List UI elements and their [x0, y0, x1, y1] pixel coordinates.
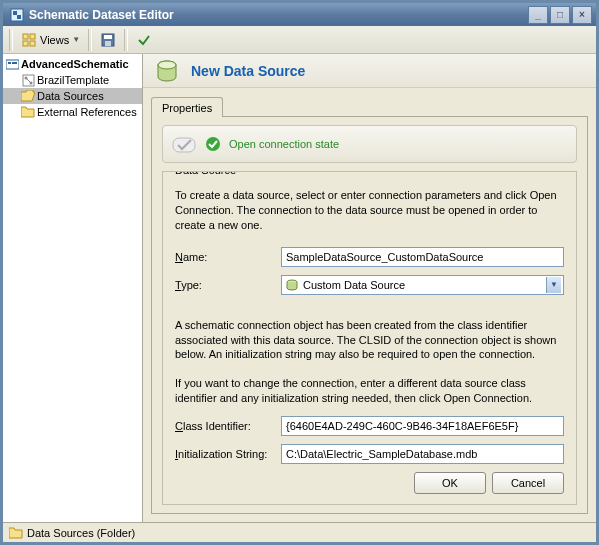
- svg-point-18: [158, 61, 176, 69]
- folder-open-icon: [21, 89, 35, 103]
- datasource-icon: [153, 57, 181, 85]
- type-value: Custom Data Source: [303, 279, 546, 291]
- custom-desc-1: A schematic connection object has been c…: [175, 318, 564, 363]
- name-label: Name:: [175, 251, 275, 263]
- type-label: Type:: [175, 279, 275, 291]
- cancel-button[interactable]: Cancel: [492, 472, 564, 494]
- svg-point-20: [206, 137, 220, 151]
- views-icon: [21, 32, 37, 48]
- name-row: Name:: [175, 247, 564, 267]
- toolbar: Views ▼: [3, 26, 596, 54]
- chevron-down-icon: ▼: [72, 35, 80, 44]
- tabstrip: Properties: [143, 88, 596, 116]
- folder-icon: [9, 526, 23, 540]
- custom-desc-2: If you want to change the connection, en…: [175, 376, 564, 406]
- clsid-row: Class Identifier:: [175, 416, 564, 436]
- connection-state-bar: Open connection state: [162, 125, 577, 163]
- svg-rect-3: [23, 34, 28, 39]
- tree-root-label: AdvancedSchematic: [21, 58, 129, 70]
- svg-rect-6: [30, 41, 35, 46]
- tree-item-template[interactable]: BrazilTemplate: [3, 72, 142, 88]
- toolbar-separator: [88, 29, 92, 51]
- init-row: Initialization String:: [175, 444, 564, 464]
- titlebar: Schematic Dataset Editor _ □ ×: [3, 0, 596, 26]
- maximize-button[interactable]: □: [550, 6, 570, 24]
- window-controls: _ □ ×: [528, 6, 592, 24]
- fieldset-legend: Data Source: [171, 171, 240, 176]
- svg-rect-12: [12, 62, 17, 64]
- name-input[interactable]: [281, 247, 564, 267]
- chevron-down-icon[interactable]: ▼: [546, 277, 561, 293]
- tree-item-datasources[interactable]: Data Sources: [3, 88, 142, 104]
- toolbar-grip-icon: [9, 29, 13, 51]
- tree-item-label: Data Sources: [37, 90, 104, 102]
- views-menu[interactable]: Views ▼: [17, 29, 84, 51]
- dataset-icon: [5, 57, 19, 71]
- check-icon: [136, 32, 152, 48]
- clsid-label: Class Identifier:: [175, 420, 275, 432]
- svg-rect-19: [173, 138, 195, 152]
- svg-rect-8: [104, 35, 112, 39]
- ok-button[interactable]: OK: [414, 472, 486, 494]
- status-text: Data Sources (Folder): [27, 527, 135, 539]
- content-panel: New Data Source Properties Open connecti…: [143, 54, 596, 522]
- connection-check-icon: [171, 131, 197, 157]
- window-title: Schematic Dataset Editor: [29, 8, 528, 22]
- tree-root[interactable]: AdvancedSchematic: [3, 56, 142, 72]
- svg-rect-9: [105, 41, 111, 46]
- app-window: Schematic Dataset Editor _ □ × Views ▼: [0, 0, 599, 545]
- content-header: New Data Source: [143, 54, 596, 88]
- datasource-small-icon: [284, 277, 300, 293]
- init-label: Initialization String:: [175, 448, 275, 460]
- svg-rect-2: [17, 15, 21, 19]
- validate-button[interactable]: [132, 29, 156, 51]
- properties-panel: Open connection state Data Source To cre…: [151, 116, 588, 514]
- tree-item-label: External References: [37, 106, 137, 118]
- tab-properties[interactable]: Properties: [151, 97, 223, 117]
- clsid-input[interactable]: [281, 416, 564, 436]
- toolbar-separator: [124, 29, 128, 51]
- minimize-button[interactable]: _: [528, 6, 548, 24]
- svg-rect-10: [6, 60, 19, 69]
- save-icon: [100, 32, 116, 48]
- content-title: New Data Source: [191, 63, 305, 79]
- app-icon: [9, 7, 25, 23]
- type-row: Type: Custom Data Source ▼: [175, 275, 564, 295]
- svg-rect-4: [30, 34, 35, 39]
- statusbar: Data Sources (Folder): [3, 522, 596, 542]
- tree-item-externalrefs[interactable]: External References: [3, 104, 142, 120]
- svg-rect-11: [8, 62, 11, 64]
- tab-label: Properties: [162, 102, 212, 114]
- folder-icon: [21, 105, 35, 119]
- close-button[interactable]: ×: [572, 6, 592, 24]
- datasource-fieldset: Data Source To create a data source, sel…: [162, 171, 577, 505]
- tree-panel: AdvancedSchematic BrazilTemplate Data So…: [3, 54, 143, 522]
- init-input[interactable]: [281, 444, 564, 464]
- svg-rect-5: [23, 41, 28, 46]
- intro-text: To create a data source, select or enter…: [175, 188, 564, 233]
- save-button[interactable]: [96, 29, 120, 51]
- connection-state-text: Open connection state: [229, 138, 339, 150]
- body-split: AdvancedSchematic BrazilTemplate Data So…: [3, 54, 596, 522]
- success-check-icon: [205, 136, 221, 152]
- template-icon: [21, 73, 35, 87]
- tree-item-label: BrazilTemplate: [37, 74, 109, 86]
- views-label: Views: [40, 34, 69, 46]
- button-row: OK Cancel: [175, 472, 564, 494]
- type-combobox[interactable]: Custom Data Source ▼: [281, 275, 564, 295]
- svg-rect-1: [13, 11, 17, 15]
- dataset-tree[interactable]: AdvancedSchematic BrazilTemplate Data So…: [3, 54, 142, 522]
